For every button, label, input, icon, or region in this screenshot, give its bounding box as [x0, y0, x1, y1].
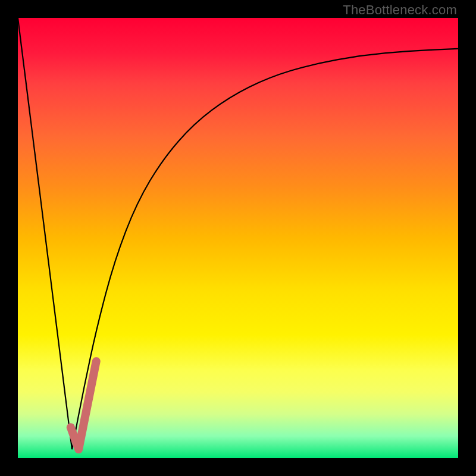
chart-frame: TheBottleneck.com [0, 0, 476, 476]
tick-mark-path [71, 361, 96, 449]
left-line-path [18, 18, 72, 449]
watermark-text: TheBottleneck.com [343, 2, 457, 18]
chart-svg [18, 18, 458, 458]
right-curve-path [72, 49, 458, 449]
plot-area [18, 18, 458, 458]
